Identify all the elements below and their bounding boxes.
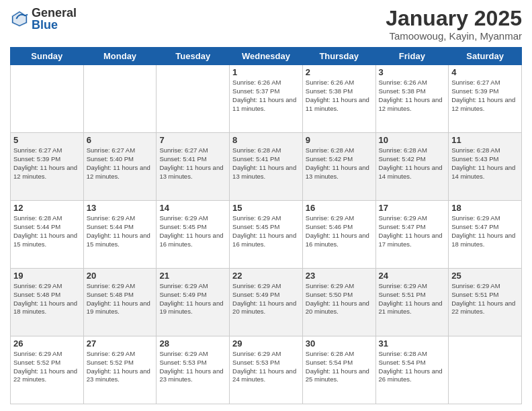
daylight-text: Daylight: 11 hours and 23 minutes.: [159, 367, 226, 385]
day-info: Sunrise: 6:27 AMSunset: 5:41 PMDaylight:…: [159, 146, 226, 181]
sunset-text: Sunset: 5:51 PM: [379, 291, 446, 300]
day-number: 28: [159, 338, 226, 349]
daylight-text: Daylight: 11 hours and 24 minutes.: [232, 367, 300, 385]
day-number: 3: [379, 67, 446, 77]
day-info: Sunrise: 6:29 AMSunset: 5:52 PMDaylight:…: [87, 350, 154, 384]
calendar-cell-w2-d4: 16Sunrise: 6:29 AMSunset: 5:46 PMDayligh…: [302, 201, 375, 269]
sunrise-text: Sunrise: 6:29 AM: [379, 282, 446, 291]
calendar-cell-w3-d6: 25Sunrise: 6:29 AMSunset: 5:51 PMDayligh…: [449, 269, 522, 336]
daylight-text: Daylight: 11 hours and 14 minutes.: [451, 164, 519, 181]
weekday-header-saturday: Saturday: [449, 48, 522, 65]
day-number: 21: [159, 271, 226, 281]
daylight-text: Daylight: 11 hours and 17 minutes.: [379, 232, 446, 249]
sunset-text: Sunset: 5:46 PM: [306, 223, 373, 232]
day-info: Sunrise: 6:28 AMSunset: 5:41 PMDaylight:…: [232, 146, 300, 181]
day-number: 24: [379, 271, 446, 281]
day-number: 16: [306, 203, 373, 213]
weekday-header-friday: Friday: [375, 48, 449, 65]
sunset-text: Sunset: 5:40 PM: [87, 155, 154, 164]
sunrise-text: Sunrise: 6:29 AM: [451, 282, 519, 291]
sunset-text: Sunset: 5:37 PM: [232, 87, 300, 96]
sunset-text: Sunset: 5:52 PM: [87, 359, 154, 367]
sunrise-text: Sunrise: 6:28 AM: [306, 350, 373, 359]
day-info: Sunrise: 6:28 AMSunset: 5:54 PMDaylight:…: [379, 350, 446, 384]
day-number: 22: [232, 271, 300, 281]
sunset-text: Sunset: 5:45 PM: [232, 223, 300, 232]
day-number: 19: [13, 271, 81, 281]
sunrise-text: Sunrise: 6:29 AM: [87, 350, 154, 359]
day-info: Sunrise: 6:28 AMSunset: 5:54 PMDaylight:…: [306, 350, 373, 384]
daylight-text: Daylight: 11 hours and 15 minutes.: [13, 232, 81, 249]
calendar-cell-w0-d2: [157, 65, 230, 133]
day-number: 6: [87, 135, 154, 145]
daylight-text: Daylight: 11 hours and 23 minutes.: [87, 367, 154, 385]
calendar-cell-w3-d0: 19Sunrise: 6:29 AMSunset: 5:48 PMDayligh…: [11, 269, 84, 336]
sunrise-text: Sunrise: 6:28 AM: [451, 146, 519, 155]
sunset-text: Sunset: 5:54 PM: [379, 359, 446, 367]
day-info: Sunrise: 6:29 AMSunset: 5:49 PMDaylight:…: [232, 282, 300, 316]
week-row-4: 26Sunrise: 6:29 AMSunset: 5:52 PMDayligh…: [11, 336, 522, 404]
sunrise-text: Sunrise: 6:28 AM: [379, 146, 446, 155]
day-info: Sunrise: 6:29 AMSunset: 5:45 PMDaylight:…: [232, 214, 300, 248]
logo: General Blue: [10, 7, 77, 31]
day-number: 15: [232, 203, 300, 213]
calendar-cell-w4-d1: 27Sunrise: 6:29 AMSunset: 5:52 PMDayligh…: [83, 336, 157, 404]
calendar-cell-w0-d1: [83, 65, 157, 133]
sunrise-text: Sunrise: 6:29 AM: [232, 350, 300, 359]
sunset-text: Sunset: 5:41 PM: [159, 155, 226, 164]
sunset-text: Sunset: 5:45 PM: [159, 223, 226, 232]
sunrise-text: Sunrise: 6:29 AM: [451, 214, 519, 223]
sunrise-text: Sunrise: 6:27 AM: [87, 146, 154, 155]
sunrise-text: Sunrise: 6:29 AM: [13, 350, 81, 359]
day-number: 29: [232, 338, 300, 349]
sunset-text: Sunset: 5:42 PM: [306, 155, 373, 164]
sunset-text: Sunset: 5:52 PM: [13, 359, 81, 367]
calendar-cell-w4-d3: 29Sunrise: 6:29 AMSunset: 5:53 PMDayligh…: [230, 336, 303, 404]
day-info: Sunrise: 6:27 AMSunset: 5:39 PMDaylight:…: [451, 79, 519, 113]
daylight-text: Daylight: 11 hours and 25 minutes.: [306, 367, 373, 385]
day-number: 8: [232, 135, 300, 145]
calendar-cell-w0-d3: 1Sunrise: 6:26 AMSunset: 5:37 PMDaylight…: [230, 65, 303, 133]
day-number: 10: [379, 135, 446, 145]
daylight-text: Daylight: 11 hours and 21 minutes.: [379, 300, 446, 317]
day-info: Sunrise: 6:28 AMSunset: 5:42 PMDaylight:…: [379, 146, 446, 181]
sunset-text: Sunset: 5:50 PM: [306, 291, 373, 300]
sunset-text: Sunset: 5:53 PM: [159, 359, 226, 367]
day-number: 23: [306, 271, 373, 281]
daylight-text: Daylight: 11 hours and 12 minutes.: [379, 96, 446, 113]
sunset-text: Sunset: 5:38 PM: [306, 87, 373, 96]
sunrise-text: Sunrise: 6:27 AM: [451, 79, 519, 87]
week-row-0: 1Sunrise: 6:26 AMSunset: 5:37 PMDaylight…: [11, 65, 522, 133]
day-info: Sunrise: 6:29 AMSunset: 5:46 PMDaylight:…: [306, 214, 373, 248]
sunset-text: Sunset: 5:39 PM: [451, 87, 519, 96]
sunrise-text: Sunrise: 6:27 AM: [13, 146, 81, 155]
daylight-text: Daylight: 11 hours and 15 minutes.: [87, 232, 154, 249]
sunset-text: Sunset: 5:38 PM: [379, 87, 446, 96]
sunrise-text: Sunrise: 6:29 AM: [87, 214, 154, 223]
logo-blue-text: Blue: [32, 19, 77, 31]
daylight-text: Daylight: 11 hours and 11 minutes.: [306, 96, 373, 113]
day-info: Sunrise: 6:28 AMSunset: 5:44 PMDaylight:…: [13, 214, 81, 248]
daylight-text: Daylight: 11 hours and 16 minutes.: [159, 232, 226, 249]
sunset-text: Sunset: 5:48 PM: [87, 291, 154, 300]
calendar-cell-w2-d0: 12Sunrise: 6:28 AMSunset: 5:44 PMDayligh…: [11, 201, 84, 269]
sunset-text: Sunset: 5:43 PM: [451, 155, 519, 164]
day-info: Sunrise: 6:29 AMSunset: 5:48 PMDaylight:…: [87, 282, 154, 316]
calendar-cell-w3-d1: 20Sunrise: 6:29 AMSunset: 5:48 PMDayligh…: [83, 269, 157, 336]
sunrise-text: Sunrise: 6:29 AM: [232, 214, 300, 223]
title-block: January 2025 Tamoowoug, Kayin, Myanmar: [386, 7, 522, 42]
calendar-cell-w3-d3: 22Sunrise: 6:29 AMSunset: 5:49 PMDayligh…: [230, 269, 303, 336]
day-info: Sunrise: 6:28 AMSunset: 5:42 PMDaylight:…: [306, 146, 373, 181]
day-info: Sunrise: 6:29 AMSunset: 5:44 PMDaylight:…: [87, 214, 154, 248]
day-info: Sunrise: 6:26 AMSunset: 5:37 PMDaylight:…: [232, 79, 300, 113]
sunrise-text: Sunrise: 6:29 AM: [159, 282, 226, 291]
calendar-cell-w1-d2: 7Sunrise: 6:27 AMSunset: 5:41 PMDaylight…: [157, 133, 230, 201]
calendar-cell-w4-d4: 30Sunrise: 6:28 AMSunset: 5:54 PMDayligh…: [302, 336, 375, 404]
calendar-cell-w2-d6: 18Sunrise: 6:29 AMSunset: 5:47 PMDayligh…: [449, 201, 522, 269]
sunset-text: Sunset: 5:51 PM: [451, 291, 519, 300]
sunset-text: Sunset: 5:49 PM: [232, 291, 300, 300]
sunrise-text: Sunrise: 6:29 AM: [13, 282, 81, 291]
sunrise-text: Sunrise: 6:29 AM: [306, 282, 373, 291]
daylight-text: Daylight: 11 hours and 20 minutes.: [232, 300, 300, 317]
sunset-text: Sunset: 5:44 PM: [87, 223, 154, 232]
